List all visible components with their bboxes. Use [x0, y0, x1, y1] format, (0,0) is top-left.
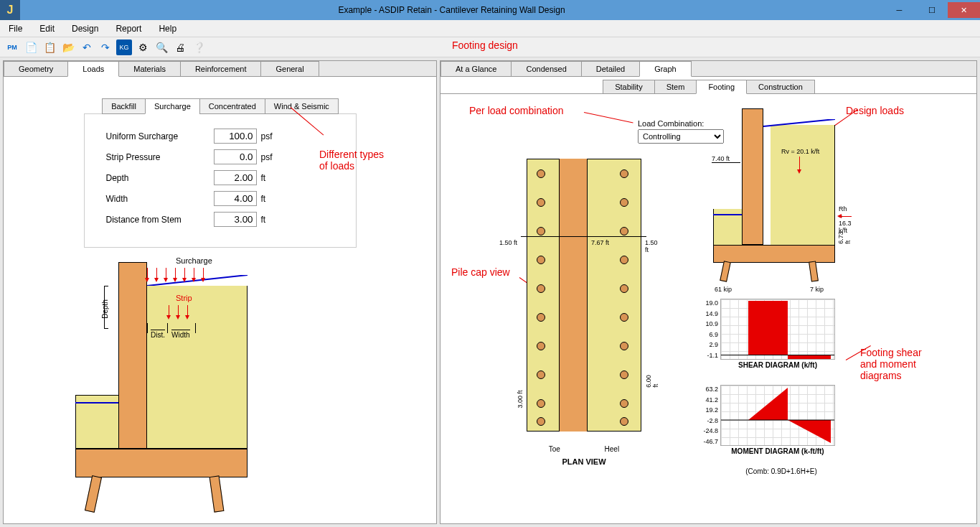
uniform-input[interactable]: [214, 129, 257, 144]
subtab-stem[interactable]: Stem: [654, 80, 697, 93]
paste-icon[interactable]: 📋: [42, 39, 57, 55]
combo-select[interactable]: Controlling: [638, 129, 724, 144]
units-icon[interactable]: KG: [116, 39, 132, 55]
open-icon[interactable]: 📂: [60, 39, 76, 55]
tab-reinforcement[interactable]: Reinforcement: [180, 61, 262, 76]
tab-condensed[interactable]: Condensed: [511, 61, 581, 76]
loadtab-backfill[interactable]: Backfill: [102, 98, 146, 114]
pm-icon[interactable]: PM: [4, 39, 20, 55]
uniform-unit: psf: [261, 131, 283, 141]
strip-label-diag: Strip: [176, 294, 192, 302]
loadtab-wind-seismic[interactable]: Wind & Seismic: [265, 98, 339, 114]
depth-input[interactable]: [214, 170, 257, 185]
tab-graph[interactable]: Graph: [639, 61, 692, 77]
tab-detailed[interactable]: Detailed: [581, 61, 640, 76]
dist-unit: ft: [261, 215, 283, 225]
depth-unit: ft: [261, 173, 283, 183]
tab-geometry[interactable]: Geometry: [4, 61, 68, 76]
strip-unit: psf: [261, 152, 283, 162]
menu-edit[interactable]: Edit: [31, 20, 63, 37]
loadtab-surcharge[interactable]: Surcharge: [145, 98, 200, 114]
loadtab-concentrated[interactable]: Concentrated: [199, 98, 265, 114]
wall-section-diagram: Surcharge Strip Depth Dist. Width: [75, 262, 248, 506]
svg-line-1: [763, 119, 835, 126]
surcharge-form: Uniform Surcharge psf Strip Pressure psf…: [84, 113, 357, 248]
menu-design[interactable]: Design: [63, 20, 107, 37]
titlebar: J Example - ASDIP Retain - Cantilever Re…: [0, 0, 980, 20]
zoom-icon[interactable]: 🔍: [154, 39, 169, 55]
strip-input[interactable]: [214, 149, 257, 164]
undo-icon[interactable]: ↶: [79, 39, 95, 55]
annotation-pile-cap: Pile cap view: [451, 266, 510, 278]
plan-view-title: PLAN VIEW: [527, 457, 641, 466]
strip-label: Strip Pressure: [106, 152, 214, 162]
annotation-load-types: Different types of loads: [319, 149, 384, 172]
menu-file[interactable]: File: [0, 20, 31, 37]
window-title: Example - ASDIP Retain - Cantilever Reta…: [20, 5, 883, 15]
depth-label: Depth: [106, 173, 214, 183]
copy-icon[interactable]: 📄: [23, 39, 39, 55]
moment-diagram: 63.241.2 19.2-2.8 -24.8-46.7 MOMENT DIAG…: [720, 385, 835, 455]
input-panel: Geometry Loads Materials Reinforcement G…: [3, 60, 437, 524]
help-icon[interactable]: ❔: [191, 39, 207, 55]
combination-text: (Comb: 0.9D+1.6H+E): [727, 467, 835, 475]
dist-label: Distance from Stem: [106, 215, 214, 225]
tab-loads[interactable]: Loads: [67, 61, 119, 77]
minimize-button[interactable]: ─: [883, 2, 915, 18]
subtab-footing[interactable]: Footing: [696, 80, 747, 94]
maximize-button[interactable]: ☐: [915, 2, 948, 18]
output-panel: At a Glance Condensed Detailed Graph Sta…: [440, 60, 977, 524]
annotation-per-load: Per load combination: [469, 105, 564, 116]
svg-marker-2: [748, 388, 788, 420]
width-unit: ft: [261, 194, 283, 204]
width-input[interactable]: [214, 191, 257, 206]
surcharge-label: Surcharge: [176, 256, 212, 265]
tab-general[interactable]: General: [260, 61, 319, 76]
close-button[interactable]: ✕: [948, 2, 980, 18]
width-label: Width: [106, 194, 214, 204]
combo-label: Load Combination:: [638, 119, 724, 128]
app-icon: J: [0, 0, 20, 20]
tab-glance[interactable]: At a Glance: [440, 61, 512, 76]
shear-diagram: 19.014.9 10.96.9 2.9-1.1 SHEAR DIAGRAM (…: [720, 299, 835, 369]
plan-view: 1.50 ft 7.67 ft 1.50 ft 3.00 ft 6.00 ft …: [527, 159, 641, 432]
print-icon[interactable]: 🖨: [172, 39, 188, 55]
menu-help[interactable]: Help: [150, 20, 185, 37]
menu-report[interactable]: Report: [107, 20, 150, 37]
subtab-stability[interactable]: Stability: [603, 80, 655, 93]
uniform-label: Uniform Surcharge: [106, 131, 214, 141]
svg-marker-3: [788, 420, 831, 443]
tab-materials[interactable]: Materials: [118, 61, 181, 76]
menubar: File Edit Design Report Help: [0, 20, 980, 37]
section-view: 7.40 ft Rv = 20.1 k/ft Rh = 16.3 k/ft 6.…: [713, 119, 835, 277]
annotation-shear-moment: Footing shear and moment diagrams: [860, 347, 922, 381]
subtab-construction[interactable]: Construction: [746, 80, 815, 93]
settings-icon[interactable]: ⚙: [135, 39, 151, 55]
dist-input[interactable]: [214, 212, 257, 227]
redo-icon[interactable]: ↷: [98, 39, 113, 55]
